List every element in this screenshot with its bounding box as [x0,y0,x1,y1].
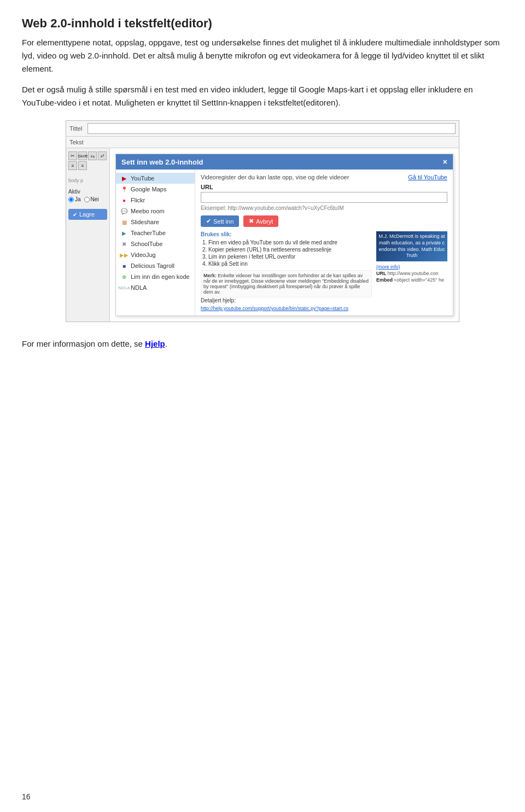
youtube-icon: ▶ [120,174,128,182]
service-item-liminn[interactable]: ⊕ Lim inn din egen kode [116,271,195,282]
toolbar-btn-sub[interactable]: x₂ [88,151,97,160]
service-label-slideshare: Slideshare [131,219,159,225]
modal-overlay: Sett inn web 2.0-innhold × ▶ YouTube [110,148,459,322]
video-embed-label: Embed [376,277,393,283]
youtube-panel: Videoregister der du kan laste opp, vise… [195,170,453,316]
service-item-meebo[interactable]: 💬 Meebo room [116,206,195,217]
service-label-videojug: VideoJug [131,252,156,258]
youtube-description: Videoregister der du kan laste opp, vise… [201,174,349,180]
videojug-icon: ▶▶ [120,251,128,259]
editor-main: Sett inn web 2.0-innhold × ▶ YouTube [110,148,459,322]
settinn-button[interactable]: ✔ Sett inn [201,215,239,227]
service-list: ▶ YouTube 📍 Google Maps ● Flickr [116,170,195,316]
service-item-delicious[interactable]: ■ Delicious Tagroll [116,260,195,271]
instructions-list: Finn en video på YouTube som du vil dele… [201,239,372,267]
close-icon[interactable]: × [443,157,447,166]
delicious-icon: ■ [120,262,128,270]
service-label-googlemaps: Google Maps [131,186,166,192]
video-url-label: URL [376,271,387,276]
toolbar-btn-list1[interactable]: ≡ [68,161,77,170]
service-label-schooltube: SchoolTube [131,241,162,247]
service-item-youtube[interactable]: ▶ YouTube [116,173,195,184]
editor-body: ✂ Skrift x₂ x² ≡ ≡ body p Aktiv Ja [66,148,459,322]
service-item-videojug[interactable]: ▶▶ VideoJug [116,249,195,260]
service-label-youtube: YouTube [131,175,154,182]
toolbar-btn-list2[interactable]: ≡ [78,161,87,170]
instructions-area: Brukes slik: Finn en video på YouTube so… [201,231,447,311]
avbryt-x-icon: ✖ [249,218,254,225]
radio-ja[interactable]: Ja [68,196,81,202]
brukes-title: Brukes slik: [201,231,372,237]
detail-label: Detaljert hjelp: [201,297,236,303]
avbryt-button[interactable]: ✖ Avbryt [243,215,278,227]
video-thumb-text: M.J. McDermott is speaking at math educa… [378,233,445,259]
service-label-delicious: Delicious Tagroll [131,262,174,269]
paragraph-2: Det er også mulig å stille spørsmål i en… [22,83,503,109]
video-url-row: URL http://www.youtube.con [376,271,447,276]
instructions-left: Brukes slik: Finn en video på YouTube so… [201,231,372,311]
modal-body: ▶ YouTube 📍 Google Maps ● Flickr [116,170,453,316]
service-label-meebo: Meebo room [131,208,165,214]
lagre-button[interactable]: ✔ Lagre [68,209,107,220]
example-text: Eksempel: http://www.youtube.com/watch?v… [201,205,447,211]
service-item-flickr[interactable]: ● Flickr [116,195,195,206]
title-input[interactable] [88,123,456,134]
p3-prefix: For mer informasjon om dette, se [22,339,145,348]
more-info-link[interactable]: (more info) [376,264,400,270]
service-description: Videoregister der du kan laste opp, vise… [201,174,447,180]
goto-youtube-link[interactable]: Gå til YouTube [408,174,447,180]
editor-tekst-row: Tekst [66,137,459,148]
service-item-teachertube[interactable]: ▶ TeacherTube [116,227,195,238]
service-item-ndla[interactable]: NDLA NDLA [116,282,195,293]
screenshot-container: Tittel Tekst ✂ Skrift x₂ x² ≡ ≡ body p A… [22,120,503,322]
url-label: URL [201,184,447,190]
detail-link[interactable]: http://help.youtube.com/support/youtube/… [201,306,372,311]
body-p-label: body p [68,178,107,183]
ndla-icon: NDLA [120,284,128,291]
tekst-label: Tekst [69,139,84,145]
liminn-icon: ⊕ [120,273,128,281]
toolbar-btn-sup[interactable]: x² [98,151,107,160]
video-thumbnail: M.J. McDermott is speaking at math educa… [376,231,447,261]
avbryt-label: Avbryt [256,218,273,225]
merk-title: Merk: [203,273,217,278]
schooltube-icon: ✖ [120,240,128,248]
service-label-liminn: Lim inn din egen kode [131,273,190,280]
service-item-googlemaps[interactable]: 📍 Google Maps [116,184,195,195]
check-icon: ✔ [73,212,77,218]
video-preview: M.J. McDermott is speaking at math educa… [376,231,447,311]
service-label-flickr: Flickr [131,197,145,203]
modal-title: Sett inn web 2.0-innhold [121,158,203,166]
instruction-item-4: Klikk på Sett inn [208,261,372,267]
modal-header: Sett inn web 2.0-innhold × [116,154,453,170]
toolbar-btn-cut[interactable]: ✂ [68,151,77,160]
service-label-teachertube: TeacherTube [131,230,166,236]
settinn-label: Sett inn [213,218,234,225]
slideshare-icon: ▦ [120,218,128,226]
help-link[interactable]: Hjelp [145,339,165,348]
service-item-slideshare[interactable]: ▦ Slideshare [116,217,195,227]
url-input[interactable] [201,192,447,203]
radio-row: Ja Nei [68,196,107,202]
merk-box: Merk: Enkelte videoer har innstillinger … [201,270,372,297]
googlemaps-icon: 📍 [120,185,128,193]
flickr-icon: ● [120,196,128,204]
editor-title-row: Tittel [66,121,459,137]
p3-suffix: . [165,339,167,348]
paragraph-3: For mer informasjon om dette, se Hjelp. [22,337,503,350]
ja-label: Ja [75,196,81,202]
radio-nei[interactable]: Nei [84,196,99,202]
aktiv-section: Aktiv Ja Nei [68,189,107,202]
video-url-value: http://www.youtube.con [388,271,439,276]
paragraph-1: For elementtypene notat, oppslag, oppgav… [22,36,503,75]
modal-box: Sett inn web 2.0-innhold × ▶ YouTube [115,154,453,316]
service-item-schooltube[interactable]: ✖ SchoolTube [116,238,195,249]
nei-label: Nei [91,196,99,202]
lagre-label: Lagre [79,211,95,218]
merk-text: Enkelte videoer har innstillinger som fo… [203,273,369,295]
aktiv-label: Aktiv [68,189,107,195]
settinn-check-icon: ✔ [206,218,211,225]
toolbar-btn-skrift[interactable]: Skrift [78,151,87,160]
teachertube-icon: ▶ [120,229,128,237]
page-heading: Web 2.0-innhold i tekstfelt(editor) [22,16,503,31]
